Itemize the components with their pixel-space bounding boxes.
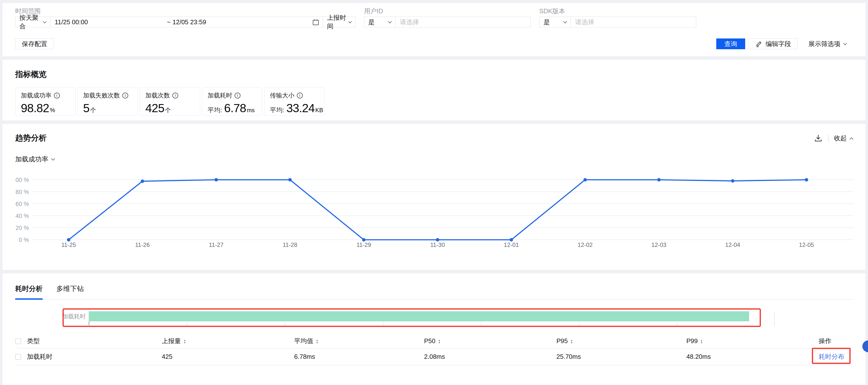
cell-p50: 2.08ms	[424, 348, 556, 365]
metric-unit: KB	[315, 107, 323, 114]
svg-text:0 %: 0 %	[19, 237, 29, 243]
sort-icon[interactable]: ↕	[700, 338, 703, 344]
sdk-operator-select[interactable]: 是	[539, 16, 571, 28]
query-button[interactable]: 查询	[716, 38, 745, 49]
trend-metric-selector[interactable]: 加载成功率	[15, 155, 55, 164]
duration-bar-track	[89, 311, 775, 321]
sort-icon[interactable]: ↕	[438, 338, 441, 344]
show-filters-toggle[interactable]: 展示筛选项	[808, 40, 846, 48]
aggregation-value: 按天聚合	[19, 13, 43, 31]
metric-unit: %	[50, 107, 55, 114]
sort-icon[interactable]: ↕	[316, 338, 319, 344]
user-id-label: 用户ID	[364, 7, 531, 15]
duration-bar-ticks	[89, 321, 775, 326]
collapse-toggle[interactable]: 收起	[834, 134, 853, 143]
svg-text:11-30: 11-30	[430, 242, 445, 248]
info-icon[interactable]	[122, 93, 128, 99]
save-config-button[interactable]: 保存配置	[15, 38, 54, 49]
select-all-checkbox[interactable]	[15, 338, 21, 344]
chevron-down-icon	[51, 156, 55, 161]
calendar-icon[interactable]	[312, 19, 319, 26]
col-type: 类型	[27, 334, 162, 348]
collapse-label: 收起	[834, 134, 847, 143]
time-type-select[interactable]: 上报时间	[323, 16, 355, 28]
date-range-input[interactable]: 11/25 00:00 ~ 12/05 23:59	[50, 16, 323, 28]
tab-duration-analysis[interactable]: 耗时分析	[15, 284, 43, 299]
metric-value: 425	[145, 101, 164, 115]
col-average[interactable]: 平均值↕	[294, 334, 424, 348]
aggregation-select[interactable]: 按天聚合	[15, 16, 50, 28]
svg-text:12-05: 12-05	[799, 242, 814, 248]
metric-card-transfer-size[interactable]: 传输大小 平均:33.24KB	[264, 87, 324, 115]
metric-card-fail-count[interactable]: 加载失败次数 5个	[78, 87, 138, 115]
download-icon[interactable]	[814, 134, 823, 143]
chevron-down-icon	[563, 19, 567, 23]
metric-prefix: 平均:	[270, 106, 284, 114]
cell-type: 加载耗时	[27, 348, 162, 365]
info-icon[interactable]	[297, 93, 303, 99]
metric-card-load-count[interactable]: 加载次数 425个	[140, 87, 200, 115]
col-p95[interactable]: P95↕	[556, 334, 686, 348]
chevron-up-icon	[849, 137, 854, 141]
svg-text:11-26: 11-26	[135, 242, 150, 248]
svg-text:40 %: 40 %	[16, 213, 29, 219]
metric-label: 加载失败次数	[83, 91, 120, 99]
col-p50[interactable]: P50↕	[424, 334, 556, 348]
metric-card-load-duration[interactable]: 加载耗时 平均:6.78ms	[202, 87, 262, 115]
metrics-overview-section: 指标概览 加载成功率 98.82% 加载失败次数 5个 加载次数 425个 加载…	[2, 60, 866, 120]
metric-unit: 个	[90, 106, 96, 114]
trend-title: 趋势分析	[15, 133, 46, 143]
metric-value: 33.24	[286, 101, 314, 115]
cell-p99: 48.20ms	[686, 348, 819, 365]
sdk-version-label: SDK版本	[539, 7, 696, 15]
metric-label: 加载成功率	[21, 91, 52, 99]
chevron-down-icon	[843, 41, 847, 45]
sort-icon[interactable]: ↕	[183, 338, 186, 344]
svg-text:100 %: 100 %	[15, 177, 29, 183]
sdk-version-input[interactable]	[571, 17, 696, 27]
metric-card-success-rate[interactable]: 加载成功率 98.82%	[15, 87, 75, 115]
svg-text:12-02: 12-02	[578, 242, 592, 248]
user-id-operator-select[interactable]: 是	[364, 16, 395, 28]
tab-multidim-drilldown[interactable]: 多维下钻	[56, 284, 84, 299]
row-checkbox[interactable]	[15, 354, 21, 360]
user-id-input[interactable]	[395, 17, 530, 27]
show-filters-label: 展示筛选项	[808, 40, 840, 48]
svg-text:11-27: 11-27	[209, 242, 223, 248]
chevron-down-icon	[388, 19, 392, 23]
svg-text:20 %: 20 %	[16, 224, 29, 231]
trend-metric-value: 加载成功率	[15, 155, 48, 164]
edit-fields-button[interactable]: 编辑字段	[749, 38, 798, 49]
svg-text:80 %: 80 %	[16, 188, 29, 195]
sdk-operator-value: 是	[544, 18, 550, 27]
svg-text:60 %: 60 %	[16, 201, 29, 207]
trend-analysis-section: 趋势分析 收起 加载成功率 0 %20 %40 %60 %80 %100 %11…	[2, 124, 866, 270]
table-row: 加载耗时 425 6.78ms 2.08ms 25.70ms 48.20ms 耗…	[15, 348, 853, 365]
svg-text:11-25: 11-25	[61, 242, 76, 248]
metrics-title: 指标概览	[15, 69, 853, 80]
metric-label: 加载耗时	[208, 91, 232, 99]
metric-value: 98.82	[21, 101, 49, 115]
date-end-value: ~ 12/05 23:59	[50, 19, 323, 26]
cell-report-count: 425	[162, 348, 294, 365]
duration-analysis-section: 耗时分析 多维下钻 加载耗时 类型 上报量↕ 平均值↕ P50↕ P95↕ P9…	[2, 273, 866, 385]
metric-prefix: 平均:	[208, 106, 222, 114]
time-type-value: 上报时间	[327, 13, 349, 31]
edit-fields-label: 编辑字段	[766, 40, 791, 48]
info-icon[interactable]	[235, 93, 241, 99]
table-header-row: 类型 上报量↕ 平均值↕ P50↕ P95↕ P99↕ 操作	[15, 334, 853, 348]
col-report-count[interactable]: 上报量↕	[162, 334, 294, 348]
sort-icon[interactable]: ↕	[570, 338, 573, 344]
duration-distribution-link[interactable]: 耗时分布	[819, 352, 844, 361]
metric-label: 加载次数	[145, 91, 170, 99]
success-rate-line-chart: 0 %20 %40 %60 %80 %100 %11-2511-2611-271…	[15, 167, 853, 249]
info-icon[interactable]	[54, 93, 60, 99]
duration-bar-fill[interactable]	[89, 311, 749, 321]
user-id-operator-value: 是	[368, 18, 375, 27]
col-p99[interactable]: P99↕	[686, 334, 819, 348]
svg-text:12-03: 12-03	[651, 242, 666, 248]
svg-text:12-04: 12-04	[725, 242, 740, 248]
cell-average: 6.78ms	[294, 348, 424, 365]
info-icon[interactable]	[172, 93, 178, 99]
edit-icon	[755, 40, 763, 47]
